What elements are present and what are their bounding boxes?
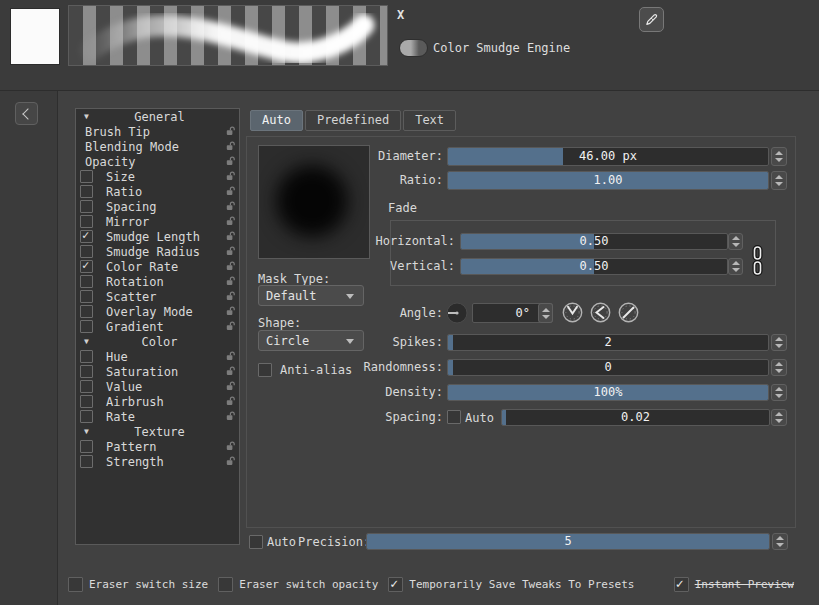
angle-preset-left-icon[interactable]	[590, 302, 611, 326]
options-list-row[interactable]: ▼ ✓ Smudge Length	[76, 229, 239, 244]
collapse-triangle-icon[interactable]: ▼	[84, 337, 89, 346]
diameter-spinner[interactable]	[771, 147, 787, 166]
options-list-row[interactable]: ▼ ✓ Opacity	[76, 154, 239, 169]
angle-spinner[interactable]	[538, 303, 553, 323]
row-checkbox[interactable]: ✓	[80, 245, 93, 258]
row-checkbox[interactable]: ✓	[80, 365, 93, 378]
lock-icon[interactable]	[226, 290, 235, 304]
tab[interactable]: Predefined	[305, 110, 401, 131]
options-list-row[interactable]: ▼ ✓ General	[76, 109, 239, 124]
angle-preset-diagonal-icon[interactable]	[618, 302, 639, 326]
options-list-row[interactable]: ▼ ✓ Brush Tip	[76, 124, 239, 139]
row-checkbox[interactable]: ✓	[80, 395, 93, 408]
row-checkbox[interactable]: ✓	[80, 350, 93, 363]
options-list-row[interactable]: ▼ ✓ Blending Mode	[76, 139, 239, 154]
row-checkbox[interactable]: ✓	[80, 200, 93, 213]
mask-type-select[interactable]: Default	[258, 285, 364, 306]
back-button[interactable]	[15, 102, 38, 125]
spikes-slider[interactable]: 2	[447, 334, 769, 351]
row-checkbox[interactable]: ✓	[80, 185, 93, 198]
angle-preset-up-icon[interactable]	[562, 302, 583, 326]
lock-icon[interactable]	[226, 170, 235, 184]
collapse-triangle-icon[interactable]: ▼	[84, 427, 89, 436]
lock-icon[interactable]	[226, 395, 235, 409]
fade-vertical-spinner[interactable]	[728, 258, 743, 275]
angle-spinbox[interactable]: 0°	[472, 303, 553, 323]
fade-vertical-slider[interactable]: 0.50	[460, 258, 728, 275]
options-list-row[interactable]: ▼ ✓ Strength	[76, 454, 239, 469]
fade-horizontal-slider[interactable]: 0.50	[460, 233, 728, 250]
footer-checkbox[interactable]: ✓	[218, 577, 233, 592]
lock-icon[interactable]	[226, 320, 235, 334]
lock-icon[interactable]	[226, 200, 235, 214]
options-list-row[interactable]: ▼ ✓ Gradient	[76, 319, 239, 334]
options-list-row[interactable]: ▼ ✓ Rotation	[76, 274, 239, 289]
randomness-spinner[interactable]	[771, 359, 787, 376]
row-checkbox[interactable]: ✓	[80, 380, 93, 393]
lock-icon[interactable]	[226, 455, 235, 469]
options-list-row[interactable]: ▼ ✓ Color Rate	[76, 259, 239, 274]
spacing-spinner[interactable]	[771, 409, 787, 426]
lock-icon[interactable]	[226, 125, 235, 139]
options-list-row[interactable]: ▼ ✓ Color	[76, 334, 239, 349]
spacing-slider[interactable]: 0.02	[501, 409, 770, 426]
lock-icon[interactable]	[226, 185, 235, 199]
lock-icon[interactable]	[226, 245, 235, 259]
row-checkbox[interactable]: ✓	[80, 455, 93, 468]
row-checkbox[interactable]: ✓	[80, 170, 93, 183]
row-checkbox[interactable]: ✓	[80, 260, 93, 273]
footer-checkbox[interactable]: ✓	[388, 577, 403, 592]
diameter-slider[interactable]: 46.00 px	[447, 147, 769, 166]
edit-preset-button[interactable]	[639, 7, 664, 32]
options-list-row[interactable]: ▼ ✓ Saturation	[76, 364, 239, 379]
options-list-row[interactable]: ▼ ✓ Mirror	[76, 214, 239, 229]
row-checkbox[interactable]: ✓	[80, 440, 93, 453]
lock-icon[interactable]	[226, 440, 235, 454]
ratio-spinner[interactable]	[771, 171, 787, 190]
options-list-row[interactable]: ▼ ✓ Smudge Radius	[76, 244, 239, 259]
lock-icon[interactable]	[226, 155, 235, 169]
options-list-row[interactable]: ▼ ✓ Overlay Mode	[76, 304, 239, 319]
lock-icon[interactable]	[226, 365, 235, 379]
lock-icon[interactable]	[226, 230, 235, 244]
collapse-triangle-icon[interactable]: ▼	[84, 112, 89, 121]
row-checkbox[interactable]: ✓	[80, 275, 93, 288]
tab[interactable]: Auto	[250, 110, 303, 131]
lock-icon[interactable]	[226, 275, 235, 289]
options-list-row[interactable]: ▼ ✓ Pattern	[76, 439, 239, 454]
footer-checkbox[interactable]: ✓	[674, 577, 689, 592]
options-list-row[interactable]: ▼ ✓ Spacing	[76, 199, 239, 214]
spacing-auto-checkbox[interactable]	[447, 410, 461, 424]
randomness-slider[interactable]: 0	[447, 359, 769, 376]
options-list-row[interactable]: ▼ ✓ Ratio	[76, 184, 239, 199]
options-list-row[interactable]: ▼ ✓ Texture	[76, 424, 239, 439]
angle-dial[interactable]	[446, 302, 468, 327]
footer-checkbox-item[interactable]: ✓ Eraser switch opacity	[218, 577, 378, 592]
row-checkbox[interactable]: ✓	[80, 290, 93, 303]
options-list-row[interactable]: ▼ ✓ Scatter	[76, 289, 239, 304]
lock-icon[interactable]	[226, 410, 235, 424]
ratio-slider[interactable]: 1.00	[447, 171, 769, 190]
options-list-row[interactable]: ▼ ✓ Value	[76, 379, 239, 394]
options-list-row[interactable]: ▼ ✓ Hue	[76, 349, 239, 364]
options-list-row[interactable]: ▼ ✓ Size	[76, 169, 239, 184]
lock-icon[interactable]	[226, 215, 235, 229]
density-slider[interactable]: 100%	[447, 384, 769, 401]
density-spinner[interactable]	[771, 384, 787, 401]
lock-icon[interactable]	[226, 305, 235, 319]
options-list-row[interactable]: ▼ ✓ Rate	[76, 409, 239, 424]
lock-icon[interactable]	[226, 350, 235, 364]
footer-checkbox[interactable]: ✓	[68, 577, 83, 592]
row-checkbox[interactable]: ✓	[80, 215, 93, 228]
fade-link-icon[interactable]	[751, 245, 764, 280]
precision-auto-checkbox[interactable]	[249, 535, 263, 549]
antialias-checkbox[interactable]	[258, 363, 272, 377]
spikes-spinner[interactable]	[771, 334, 787, 351]
row-checkbox[interactable]: ✓	[80, 230, 93, 243]
brush-preset-thumbnail[interactable]	[10, 8, 60, 65]
footer-checkbox-item[interactable]: ✓ Instant Preview	[674, 577, 794, 592]
lock-icon[interactable]	[226, 260, 235, 274]
footer-checkbox-item[interactable]: ✓ Eraser switch size	[68, 577, 208, 592]
precision-spinner[interactable]	[772, 533, 788, 550]
lock-icon[interactable]	[226, 140, 235, 154]
